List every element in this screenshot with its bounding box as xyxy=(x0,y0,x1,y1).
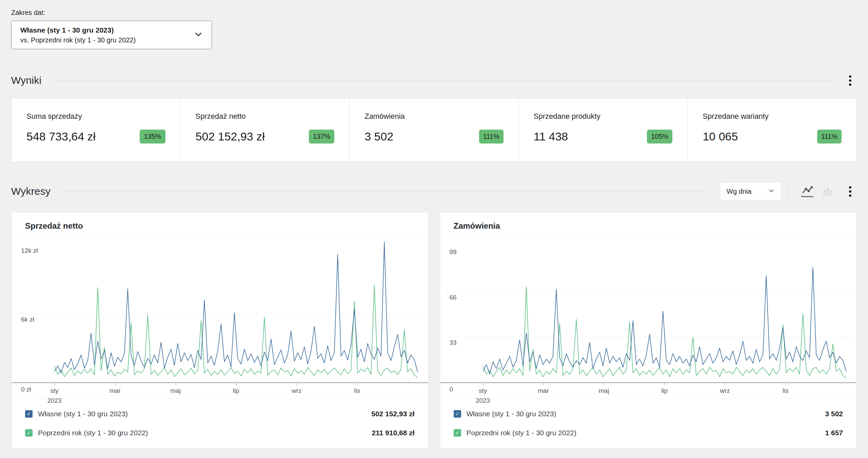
stat-label: Sprzedane warianty xyxy=(703,112,842,121)
x-tick-label: sty2023 xyxy=(476,386,490,406)
checkbox-checked-icon[interactable]: ✓ xyxy=(25,410,33,418)
summary-card-variants-sold[interactable]: Sprzedane warianty 10 065 111% xyxy=(687,98,856,161)
x-tick-label: maj xyxy=(170,386,181,396)
summary-card-net-sales[interactable]: Sprzedaż netto 502 152,93 zł 137% xyxy=(180,98,350,161)
x-tick-label: sty2023 xyxy=(47,386,61,406)
x-tick-label: lis xyxy=(783,386,789,396)
chevron-down-icon xyxy=(194,30,203,40)
stat-label: Zamówienia xyxy=(364,112,504,121)
summary-cards-row: Suma sprzedaży 548 733,64 zł 135% Sprzed… xyxy=(11,98,857,162)
date-range-value: Własne (sty 1 - 30 gru 2023) vs. Poprzed… xyxy=(20,25,136,44)
y-tick-label: 12k zł xyxy=(21,247,38,254)
interval-select-value: Wg dnia xyxy=(727,188,751,195)
net-sales-chart-card: Sprzedaż netto 12k zł6k zł 0 złsty2023ma… xyxy=(11,212,429,449)
date-range-secondary: vs. Poprzedni rok (sty 1 - 30 gru 2022) xyxy=(20,35,136,45)
x-tick-label: wrz xyxy=(292,386,302,396)
y-tick-label: 99 xyxy=(450,248,457,256)
y-tick-label: 33 xyxy=(450,339,457,346)
results-section-title: Wyniki xyxy=(11,75,41,86)
y-tick-label: 6k zł xyxy=(21,316,34,323)
chart-x-axis: 0 złsty2023marmajlipwrzlis xyxy=(12,382,428,399)
stat-label: Suma sprzedaży xyxy=(26,112,165,121)
legend-row-current[interactable]: ✓ Własne (sty 1 - 30 gru 2023) 502 152,9… xyxy=(25,404,415,423)
stat-value: 10 065 xyxy=(703,130,738,143)
orders-chart-plot: 996633 xyxy=(440,238,857,382)
x-tick-label: wrz xyxy=(720,386,730,396)
divider xyxy=(51,80,833,81)
summary-card-orders[interactable]: Zamówienia 3 502 111% xyxy=(349,98,518,161)
chart-legend: ✓ Własne (sty 1 - 30 gru 2023) 502 152,9… xyxy=(12,399,428,449)
x-tick-mark xyxy=(665,383,665,385)
checkbox-checked-icon[interactable]: ✓ xyxy=(454,410,461,418)
x-tick-mark xyxy=(483,383,483,385)
chart-x-axis: 0sty2023marmajlipwrzlis xyxy=(440,382,857,399)
stat-change-badge: 111% xyxy=(817,130,842,144)
date-range-primary: Własne (sty 1 - 30 gru 2023) xyxy=(20,25,136,35)
x-tick-label: lip xyxy=(661,386,668,396)
x-tick-sublabel: 2023 xyxy=(476,396,490,405)
x-tick-mark xyxy=(544,383,544,385)
stat-value: 3 502 xyxy=(364,130,393,143)
x-tick-label: mar xyxy=(538,386,549,396)
charts-kebab-menu-icon[interactable] xyxy=(843,184,857,199)
divider xyxy=(789,184,789,199)
date-range-label: Zakres dat: xyxy=(11,9,857,17)
chart-title: Zamówienia xyxy=(440,212,857,238)
x-tick-mark xyxy=(786,383,786,385)
legend-value: 1 657 xyxy=(825,429,843,437)
x-tick-label: lip xyxy=(233,386,239,396)
legend-label: Własne (sty 1 - 30 gru 2023) xyxy=(38,410,371,418)
x-tick-label: mar xyxy=(110,386,121,396)
legend-row-current[interactable]: ✓ Własne (sty 1 - 30 gru 2023) 3 502 xyxy=(454,404,843,423)
y-tick-label: 66 xyxy=(450,294,457,301)
charts-section-title: Wykresy xyxy=(11,186,51,197)
x-tick-mark xyxy=(357,383,357,385)
interval-select[interactable]: Wg dnia xyxy=(721,183,781,200)
legend-label: Poprzedni rok (sty 1 - 30 gru 2022) xyxy=(38,429,372,437)
chart-title: Sprzedaż netto xyxy=(12,212,428,238)
x-tick-mark xyxy=(176,383,176,385)
x-tick-mark xyxy=(604,383,604,385)
stat-value: 548 733,64 zł xyxy=(26,130,96,143)
x-tick-mark xyxy=(725,383,725,385)
stat-change-badge: 137% xyxy=(309,130,334,144)
bar-chart-toggle-icon[interactable] xyxy=(820,183,836,200)
results-kebab-menu-icon[interactable] xyxy=(843,73,857,88)
stat-label: Sprzedane produkty xyxy=(534,112,673,121)
date-range-select[interactable]: Własne (sty 1 - 30 gru 2023) vs. Poprzed… xyxy=(11,21,212,49)
line-chart-toggle-icon[interactable] xyxy=(799,183,815,200)
orders-chart-card: Zamówienia 996633 0sty2023marmajlipwrzli… xyxy=(440,212,857,449)
analytics-page: Zakres dat: Własne (sty 1 - 30 gru 2023)… xyxy=(0,0,868,449)
net-sales-chart-plot: 12k zł6k zł xyxy=(12,238,428,382)
x-tick-mark xyxy=(115,383,115,385)
stat-change-badge: 135% xyxy=(140,130,165,144)
x-tick-mark xyxy=(236,383,236,385)
summary-card-total-sales[interactable]: Suma sprzedaży 548 733,64 zł 135% xyxy=(12,98,180,161)
y-tick-label-zero: 0 xyxy=(450,386,453,393)
legend-label: Poprzedni rok (sty 1 - 30 gru 2022) xyxy=(467,429,825,437)
y-tick-label-zero: 0 zł xyxy=(21,386,31,393)
x-tick-mark xyxy=(297,383,297,385)
summary-card-products-sold[interactable]: Sprzedane produkty 11 438 105% xyxy=(518,98,688,161)
chart-legend: ✓ Własne (sty 1 - 30 gru 2023) 3 502 ✓ P… xyxy=(440,399,857,449)
stat-value: 11 438 xyxy=(534,130,568,143)
legend-value: 3 502 xyxy=(825,410,843,418)
stat-change-badge: 111% xyxy=(479,130,504,144)
chevron-down-icon xyxy=(768,188,774,195)
legend-value: 502 152,93 zł xyxy=(371,410,414,418)
legend-label: Własne (sty 1 - 30 gru 2023) xyxy=(467,410,825,418)
divider xyxy=(60,191,707,192)
x-tick-label: lis xyxy=(354,386,360,396)
stat-label: Sprzedaż netto xyxy=(196,112,335,121)
x-tick-mark xyxy=(55,383,55,385)
checkbox-checked-icon[interactable]: ✓ xyxy=(25,429,33,437)
legend-row-previous[interactable]: ✓ Poprzedni rok (sty 1 - 30 gru 2022) 21… xyxy=(25,423,415,442)
legend-value: 211 910,68 zł xyxy=(372,429,414,437)
legend-row-previous[interactable]: ✓ Poprzedni rok (sty 1 - 30 gru 2022) 1 … xyxy=(454,423,843,442)
checkbox-checked-icon[interactable]: ✓ xyxy=(454,429,461,437)
x-tick-sublabel: 2023 xyxy=(47,396,61,405)
stat-value: 502 152,93 zł xyxy=(196,130,265,143)
stat-change-badge: 105% xyxy=(647,130,672,144)
x-tick-label: maj xyxy=(599,386,609,396)
